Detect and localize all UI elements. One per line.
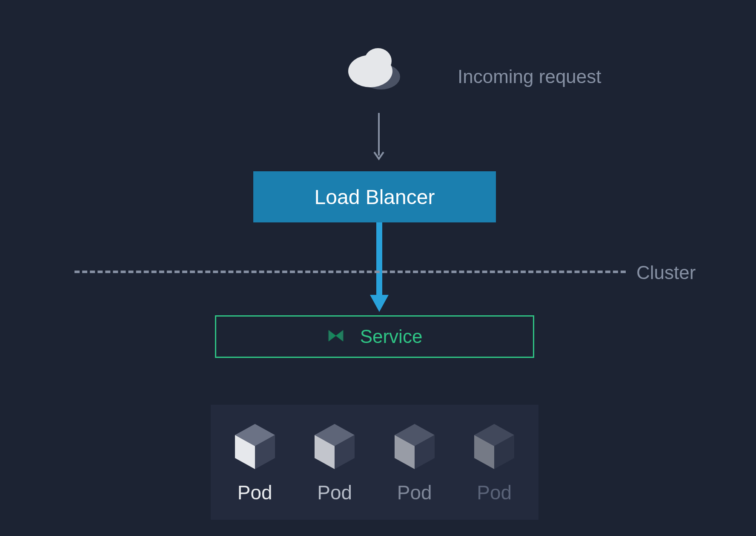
cluster-label: Cluster [636, 262, 696, 283]
load-balancer-label: Load Blancer [315, 185, 435, 209]
svg-marker-5 [370, 295, 389, 312]
pod-item: Pod [471, 421, 518, 504]
pod-label: Pod [238, 481, 272, 504]
svg-marker-11 [336, 333, 341, 339]
cube-icon [391, 421, 438, 473]
pod-label: Pod [397, 481, 432, 504]
cloud-icon [345, 45, 404, 93]
pod-label: Pod [317, 481, 352, 504]
arrow-down-large-icon [369, 222, 390, 316]
service-label: Service [360, 326, 423, 347]
load-balancer-box: Load Blancer [253, 171, 496, 222]
incoming-request-label: Incoming request [458, 66, 601, 87]
service-icon [327, 327, 345, 346]
arrow-down-icon [372, 113, 385, 166]
pod-label: Pod [477, 481, 512, 504]
cluster-boundary-line [74, 271, 626, 273]
pod-item: Pod [232, 421, 278, 504]
svg-point-2 [364, 48, 392, 74]
service-box: Service [215, 315, 534, 358]
pods-container: Pod Pod Pod Pod [211, 405, 538, 520]
cube-icon [471, 421, 518, 473]
cube-icon [311, 421, 358, 473]
pod-item: Pod [391, 421, 438, 504]
cube-icon [232, 421, 278, 473]
svg-marker-10 [331, 333, 336, 339]
pod-item: Pod [311, 421, 358, 504]
